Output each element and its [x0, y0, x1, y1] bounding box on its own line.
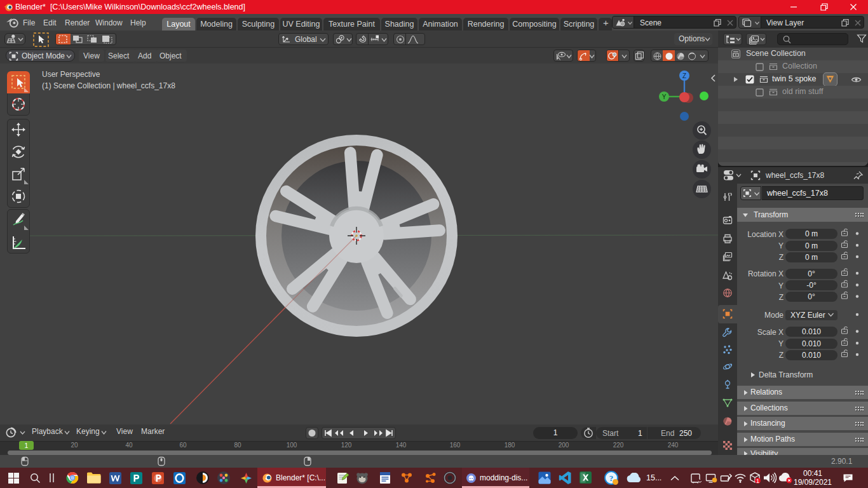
svg-text:1: 1 [756, 478, 759, 484]
svg-text:Z: Z [682, 72, 686, 79]
svg-text:Y: Y [662, 93, 667, 100]
